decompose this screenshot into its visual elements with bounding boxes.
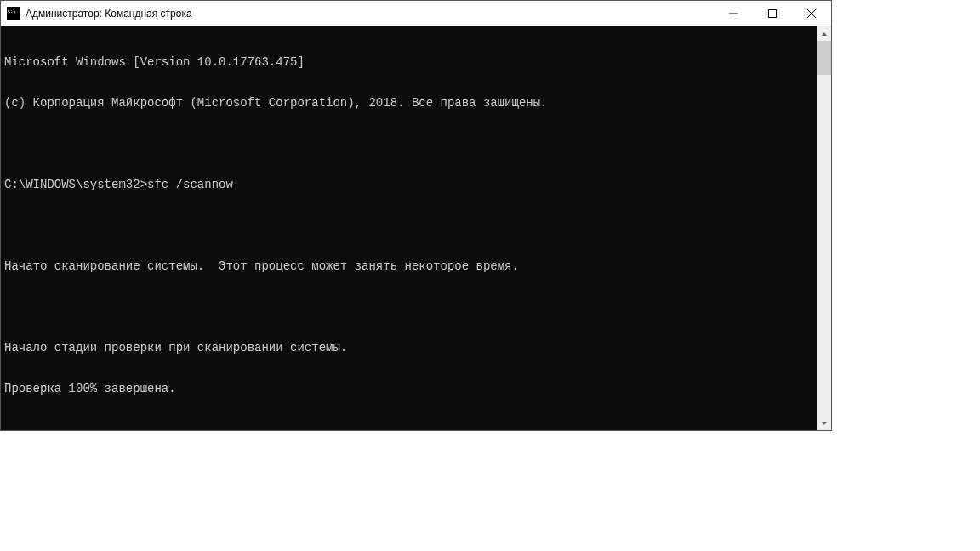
- terminal-line: [4, 137, 813, 151]
- svg-marker-4: [822, 32, 827, 36]
- terminal-output[interactable]: Microsoft Windows [Version 10.0.17763.47…: [1, 26, 817, 430]
- svg-marker-5: [822, 422, 827, 425]
- scrollbar-track[interactable]: [817, 41, 831, 416]
- maximize-button[interactable]: [753, 1, 792, 26]
- terminal-line: [4, 219, 813, 232]
- scroll-up-button[interactable]: [817, 26, 831, 41]
- terminal-line: Проверка 100% завершена.: [4, 382, 813, 395]
- close-button[interactable]: [792, 1, 831, 26]
- maximize-icon: [768, 9, 777, 18]
- minimize-icon: [729, 9, 738, 18]
- cmd-icon: [7, 7, 20, 20]
- minimize-button[interactable]: [714, 1, 753, 26]
- terminal-line: Начало стадии проверки при сканировании …: [4, 341, 813, 355]
- chevron-down-icon: [821, 420, 828, 427]
- scroll-down-button[interactable]: [817, 416, 831, 430]
- svg-rect-1: [769, 10, 777, 18]
- window-controls: [714, 1, 831, 26]
- titlebar[interactable]: Администратор: Командная строка: [1, 1, 831, 26]
- terminal-line: [4, 423, 813, 430]
- vertical-scrollbar[interactable]: [817, 26, 831, 430]
- window-title: Администратор: Командная строка: [26, 1, 714, 26]
- chevron-up-icon: [821, 31, 828, 37]
- command-prompt-window: Администратор: Командная строка Microsof…: [0, 0, 832, 431]
- terminal-line: C:\WINDOWS\system32>sfc /scannow: [4, 178, 813, 191]
- scrollbar-thumb[interactable]: [817, 41, 831, 75]
- terminal-line: [4, 300, 813, 314]
- terminal-line: Начато сканирование системы. Этот процес…: [4, 259, 813, 273]
- terminal-line: Microsoft Windows [Version 10.0.17763.47…: [4, 55, 813, 69]
- terminal-line: (с) Корпорация Майкрософт (Microsoft Cor…: [4, 96, 813, 110]
- client-area: Microsoft Windows [Version 10.0.17763.47…: [1, 26, 831, 430]
- close-icon: [807, 9, 816, 18]
